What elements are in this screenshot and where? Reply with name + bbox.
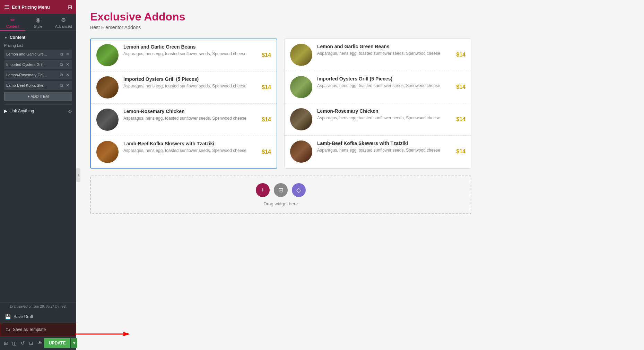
table-row: Lemon-Rosemary Chicken Asparagus, hens e…	[285, 103, 471, 136]
add-item-button[interactable]: + ADD ITEM	[4, 92, 72, 101]
save-draft-icon: 💾	[5, 314, 11, 319]
tab-content-label: Content	[6, 24, 19, 28]
item-name: Lamb-Beef Kofka Skewers with Tzatziki	[317, 140, 451, 146]
tab-style-label: Style	[34, 24, 42, 28]
delete-btn-3[interactable]: ✕	[65, 72, 70, 78]
list-item: Lamb-Beef Kofka Ske... ⧉ ✕	[4, 81, 72, 90]
sidebar-header: ☰ Edit Pricing Menu ⊞	[0, 0, 76, 14]
item-image	[96, 141, 119, 163]
main-content: Exclusive Addons Best Elementor Addons L…	[76, 0, 644, 350]
save-draft-button[interactable]: 💾 Save Draft	[0, 310, 76, 323]
svg-marker-1	[123, 332, 130, 336]
duplicate-btn-3[interactable]: ⧉	[59, 72, 64, 78]
list-item: Imported Oysters Grill... ⧉ ✕	[4, 60, 72, 69]
sidebar-tabs: ✏ Content ◉ Style ⚙ Advanced	[0, 14, 76, 31]
item-name: Lemon and Garlic Green Beans	[317, 44, 451, 49]
diamond-icon: ◇	[68, 108, 72, 114]
drag-widget-icons: + ⊟ ◇	[256, 183, 306, 197]
tab-style[interactable]: ◉ Style	[25, 14, 51, 31]
sidebar-body: ▼ Content Pricing List Lemon and Garlic …	[0, 31, 76, 302]
history-icon-btn[interactable]: ↺	[20, 339, 26, 347]
item-price: $14	[456, 116, 465, 122]
item-name: Lamb-Beef Kofka Skewers with Tzatziki	[123, 141, 257, 146]
item-price: $14	[262, 52, 271, 58]
content-section-header[interactable]: ▼ Content	[4, 35, 72, 40]
update-dropdown-button[interactable]: ▾	[71, 338, 77, 348]
item-image	[290, 76, 312, 98]
save-draft-label: Save Draft	[14, 314, 33, 319]
item-info: Lemon and Garlic Green Beans Asparagus, …	[317, 44, 451, 57]
tab-advanced[interactable]: ⚙ Advanced	[51, 14, 76, 31]
table-row: Lamb-Beef Kofka Skewers with Tzatziki As…	[285, 136, 471, 168]
table-row: Lemon and Garlic Green Beans Asparagus, …	[91, 39, 277, 71]
delete-btn-4[interactable]: ✕	[65, 83, 70, 88]
item-name: Lemon-Rosemary Chicken	[317, 108, 451, 114]
save-template-icon: 🗂	[5, 327, 10, 332]
item-info: Imported Oysters Grill (5 Pieces) Aspara…	[123, 76, 257, 89]
drag-text: Drag widget here	[264, 201, 298, 206]
update-button[interactable]: UPDATE	[44, 338, 70, 348]
drag-widget-area: + ⊟ ◇ Drag widget here	[90, 176, 471, 214]
table-row: Imported Oysters Grill (5 Pieces) Aspara…	[91, 71, 277, 104]
preview-icon-btn[interactable]: 👁	[36, 339, 43, 347]
advanced-tab-icon: ⚙	[61, 17, 66, 23]
sidebar: ☰ Edit Pricing Menu ⊞ ✏ Content ◉ Style …	[0, 0, 76, 350]
responsive-icon-btn[interactable]: ⊞	[3, 339, 9, 347]
pricing-item-label-2: Imported Oysters Grill...	[6, 62, 58, 67]
diamond-widget-button[interactable]: ◇	[292, 183, 306, 197]
pricing-column-right: Lemon and Garlic Green Beans Asparagus, …	[284, 39, 471, 169]
draft-info: Draft saved on Jun 29, 06.24 by Test	[0, 302, 76, 310]
item-price: $14	[456, 52, 465, 58]
item-image	[96, 109, 119, 131]
add-widget-button[interactable]: +	[256, 183, 270, 197]
item-info: Lemon-Rosemary Chicken Asparagus, hens e…	[123, 109, 257, 121]
item-desc: Asparagus, hens egg, toasted sunflower s…	[123, 83, 257, 89]
table-row: Lamb-Beef Kofka Skewers with Tzatziki As…	[91, 136, 277, 168]
save-template-button[interactable]: 🗂 Save as Template	[0, 323, 76, 336]
table-row: Lemon-Rosemary Chicken Asparagus, hens e…	[91, 104, 277, 136]
duplicate-btn-1[interactable]: ⧉	[59, 51, 64, 57]
style-tab-icon: ◉	[36, 17, 41, 23]
sidebar-title: Edit Pricing Menu	[12, 5, 50, 10]
item-desc: Asparagus, hens egg, toasted sunflower s…	[123, 116, 257, 121]
list-item: Lemon-Rosemary Chi... ⧉ ✕	[4, 70, 72, 79]
content-tab-icon: ✏	[10, 17, 15, 23]
item-price: $14	[262, 149, 271, 155]
save-template-label: Save as Template	[13, 327, 46, 332]
pricing-item-label-3: Lemon-Rosemary Chi...	[6, 73, 58, 77]
item-image	[96, 44, 119, 66]
collapse-handle[interactable]: ‹	[76, 168, 80, 182]
item-image	[96, 76, 119, 99]
delete-btn-2[interactable]: ✕	[65, 62, 70, 67]
item-price: $14	[456, 84, 465, 90]
link-anything-left: ▶ Link Anything	[4, 109, 34, 113]
page-subtitle: Best Elementor Addons	[90, 25, 630, 30]
pricing-column-left: Lemon and Garlic Green Beans Asparagus, …	[90, 39, 277, 169]
pricing-item-label-1: Lemon and Garlic Gre...	[6, 52, 58, 56]
table-row: Imported Oysters Grill (5 Pieces) Aspara…	[285, 71, 471, 103]
sidebar-header-left: ☰ Edit Pricing Menu	[4, 4, 50, 10]
hamburger-icon[interactable]: ☰	[4, 4, 9, 10]
item-info: Imported Oysters Grill (5 Pieces) Aspara…	[317, 76, 451, 89]
item-desc: Asparagus, hens egg, toasted sunflower s…	[123, 51, 257, 57]
grid-icon[interactable]: ⊞	[68, 4, 72, 10]
item-desc: Asparagus, hens egg, toasted sunflower s…	[317, 115, 451, 121]
item-name: Lemon and Garlic Green Beans	[123, 44, 257, 50]
item-info: Lemon-Rosemary Chicken Asparagus, hens e…	[317, 108, 451, 121]
sidebar-footer: Draft saved on Jun 29, 06.24 by Test 💾 S…	[0, 302, 76, 350]
duplicate-btn-4[interactable]: ⧉	[59, 83, 64, 88]
navigator-icon-btn[interactable]: ⊡	[28, 339, 34, 347]
item-price: $14	[262, 117, 271, 123]
link-anything-section[interactable]: ▶ Link Anything ◇	[4, 104, 72, 117]
tab-content[interactable]: ✏ Content	[0, 14, 25, 31]
item-info: Lemon and Garlic Green Beans Asparagus, …	[123, 44, 257, 57]
arrow-right-icon: ▶	[4, 109, 7, 113]
red-arrow-annotation	[75, 331, 130, 338]
layers-icon-btn[interactable]: ◫	[11, 339, 18, 347]
item-price: $14	[262, 84, 271, 91]
content-section-label: Content	[10, 35, 25, 40]
delete-btn-1[interactable]: ✕	[65, 51, 70, 57]
item-image	[290, 44, 312, 66]
duplicate-btn-2[interactable]: ⧉	[59, 62, 64, 67]
folder-widget-button[interactable]: ⊟	[274, 183, 288, 197]
